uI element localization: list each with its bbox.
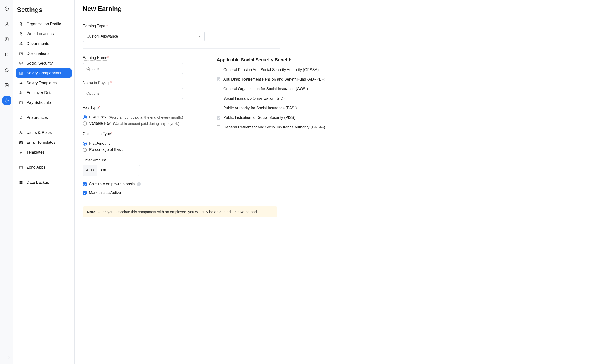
sidebar-item-social-security[interactable]: Social Security — [16, 59, 72, 68]
radio-hint: (Variable amount paid during any payroll… — [113, 121, 179, 126]
payslip-name-label: Name in Payslip — [83, 81, 110, 85]
svg-rect-28 — [19, 141, 23, 144]
sidebar-item-label: Designations — [27, 51, 49, 56]
rail-approval-icon[interactable] — [2, 50, 11, 59]
required-marker: * — [110, 81, 112, 85]
earning-name-input[interactable] — [83, 63, 183, 74]
sidebar-item-designations[interactable]: Designations — [16, 49, 72, 58]
settings-sidebar: Settings Organization Profile Work Locat… — [13, 0, 74, 364]
checkbox-icon — [83, 182, 87, 186]
active-checkbox-row[interactable]: Mark this as Active — [83, 191, 202, 195]
checkbox-icon — [217, 77, 221, 81]
sidebar-item-zoho-apps[interactable]: Zoho Apps — [16, 163, 72, 172]
note-prefix: Note: — [87, 210, 97, 214]
payslip-name-input[interactable] — [83, 88, 183, 99]
earning-name-label: Earning Name — [83, 56, 107, 61]
sidebar-item-salary-templates[interactable]: Salary Templates — [16, 78, 72, 88]
benefit-piss[interactable]: Public Institution for Social Security (… — [217, 115, 586, 120]
svg-point-11 — [21, 45, 21, 45]
id-card-icon — [19, 51, 23, 56]
backup-icon — [19, 180, 23, 185]
svg-point-20 — [21, 81, 22, 83]
sidebar-title: Settings — [17, 6, 72, 14]
checkbox-icon — [217, 87, 221, 91]
page-header: New Earning — [74, 0, 594, 17]
mail-icon — [19, 140, 23, 145]
benefit-gosi[interactable]: General Organization for Social Insuranc… — [217, 87, 586, 91]
sidebar-item-email-templates[interactable]: Email Templates — [16, 138, 72, 147]
benefit-label: Public Institution for Social Security (… — [223, 115, 295, 120]
sidebar-item-pay-schedule[interactable]: Pay Schedule — [16, 98, 72, 107]
svg-point-34 — [20, 183, 20, 183]
svg-rect-15 — [20, 72, 21, 73]
svg-rect-32 — [20, 182, 22, 183]
rail-expand-icon[interactable] — [7, 355, 11, 361]
amount-input[interactable] — [97, 165, 140, 175]
benefits-title: Applicable Social Security Benefits — [217, 57, 586, 62]
sidebar-item-organization-profile[interactable]: Organization Profile — [16, 19, 72, 29]
benefit-adrpbf[interactable]: Abu Dhabi Retirement Pension and Benefit… — [217, 77, 586, 81]
svg-rect-17 — [20, 73, 21, 74]
benefit-pasi[interactable]: Public Authority for Social Insurance (P… — [217, 106, 586, 110]
z-apps-icon — [19, 165, 23, 169]
svg-rect-31 — [20, 181, 22, 182]
sidebar-item-departments[interactable]: Departments — [16, 39, 72, 48]
benefit-gpssa[interactable]: General Pension And Social Security Auth… — [217, 68, 586, 72]
radio-icon — [83, 115, 87, 119]
svg-rect-18 — [21, 73, 22, 74]
rail-money-icon[interactable] — [2, 66, 11, 74]
rail-reports-icon[interactable] — [2, 81, 11, 89]
earning-type-select[interactable]: Custom Allowance — [83, 31, 205, 42]
radio-label: Percentage of Basic — [89, 148, 123, 152]
sidebar-item-label: Preferences — [27, 115, 48, 120]
required-marker: * — [106, 24, 108, 28]
tree-icon — [19, 42, 23, 46]
rail-person-icon[interactable] — [2, 20, 11, 28]
chevron-down-icon — [198, 36, 201, 37]
page-title: New Earning — [83, 5, 586, 13]
checkbox-icon — [217, 125, 221, 129]
svg-point-24 — [21, 116, 22, 117]
rail-dashboard-icon[interactable] — [2, 4, 11, 13]
sidebar-item-label: Zoho Apps — [27, 165, 45, 169]
sidebar-item-templates[interactable]: Templates — [16, 148, 72, 157]
sidebar-item-label: Users & Roles — [27, 130, 52, 135]
required-marker: * — [107, 56, 108, 60]
prorata-checkbox-row[interactable]: Calculate on pro-rata basis i — [83, 182, 202, 186]
pay-type-fixed[interactable]: Fixed Pay (Fixed amount paid at the end … — [83, 115, 202, 119]
svg-point-1 — [6, 22, 7, 24]
benefit-label: Social Insurance Organization (SIO) — [223, 96, 284, 101]
sidebar-item-label: Data Backup — [27, 180, 49, 185]
sidebar-item-work-locations[interactable]: Work Locations — [16, 29, 72, 39]
rail-export-icon[interactable] — [2, 35, 11, 44]
calc-type-flat[interactable]: Flat Amount — [83, 141, 202, 146]
benefit-label: General Organization for Social Insuranc… — [223, 87, 308, 91]
sidebar-item-label: Social Security — [27, 61, 53, 66]
rail-settings-icon[interactable] — [2, 96, 11, 105]
sidebar-item-label: Pay Schedule — [27, 100, 51, 105]
sidebar-item-preferences[interactable]: Preferences — [16, 113, 72, 122]
svg-point-21 — [20, 91, 21, 93]
svg-rect-7 — [21, 23, 22, 26]
pay-type-variable[interactable]: Variable Pay (Variable amount paid durin… — [83, 121, 202, 126]
radio-label: Fixed Pay — [89, 115, 106, 119]
svg-rect-6 — [20, 22, 21, 26]
sidebar-item-salary-components[interactable]: Salary Components — [16, 68, 72, 78]
sidebar-item-users-roles[interactable]: Users & Roles — [16, 128, 72, 137]
benefit-grsia[interactable]: General Retirement and Social Insurance … — [217, 125, 586, 129]
svg-point-33 — [20, 182, 20, 182]
info-icon[interactable]: i — [137, 182, 141, 186]
sidebar-item-label: Salary Components — [27, 71, 61, 75]
radio-label: Flat Amount — [89, 141, 109, 146]
amount-label: Enter Amount — [83, 158, 106, 162]
sidebar-item-data-backup[interactable]: Data Backup — [16, 178, 72, 187]
calc-type-percentage[interactable]: Percentage of Basic — [83, 148, 202, 152]
calendar-icon — [19, 101, 23, 105]
svg-point-25 — [20, 118, 21, 119]
required-marker: * — [111, 132, 112, 136]
sidebar-item-employer-details[interactable]: Employer Details — [16, 88, 72, 97]
svg-point-19 — [20, 81, 21, 83]
benefit-sio[interactable]: Social Insurance Organization (SIO) — [217, 96, 586, 101]
pay-type-label: Pay Type — [83, 106, 99, 110]
pin-icon — [19, 32, 23, 36]
